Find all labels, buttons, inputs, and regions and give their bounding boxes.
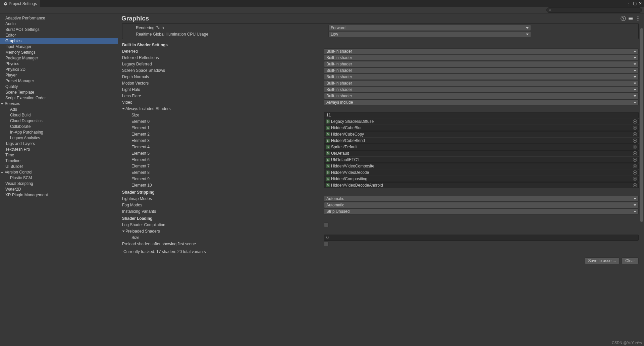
sidebar-item-cloud-diagnostics[interactable]: Cloud Diagnostics [0, 118, 118, 124]
tab-title: Project Settings [9, 1, 37, 6]
preloaded-size-input[interactable]: 0 [324, 235, 639, 241]
object-picker-icon[interactable] [633, 170, 637, 175]
sidebar-item-services[interactable]: Services [0, 101, 118, 107]
shader-dropdown[interactable]: Built-in shader [324, 80, 639, 86]
shader-dropdown[interactable]: Built-in shader [324, 93, 639, 99]
element-label: Element 10 [118, 183, 324, 188]
sidebar-item-physics[interactable]: Physics [0, 61, 118, 67]
sidebar-item-memory-settings[interactable]: Memory Settings [0, 50, 118, 55]
rendering-path-dropdown[interactable]: Forward [328, 25, 531, 31]
sidebar-item-input-manager[interactable]: Input Manager [0, 44, 118, 50]
tab-project-settings[interactable]: Project Settings [0, 0, 40, 7]
sidebar-item-ui-builder[interactable]: UI Builder [0, 164, 118, 169]
main-scroll[interactable]: Rendering Path Forward Realtime Global I… [118, 23, 644, 346]
video-dropdown[interactable]: Always include [324, 99, 639, 105]
scrollbar[interactable] [639, 23, 644, 346]
log-shader-checkbox[interactable] [324, 223, 329, 227]
stripping-dropdown[interactable]: Automatic [324, 196, 639, 202]
sidebar-item-timeline[interactable]: Timeline [0, 158, 118, 164]
shader-dropdown[interactable]: Built-in shader [324, 87, 639, 93]
sidebar-item-cloud-build[interactable]: Cloud Build [0, 112, 118, 118]
shader-object-field[interactable]: Hidden/VideoDecodeAndroid [324, 182, 639, 188]
sidebar-item-preset-manager[interactable]: Preset Manager [0, 78, 118, 84]
clear-button[interactable]: Clear [622, 257, 639, 264]
shader-object-field[interactable]: Hidden/CubeCopy [324, 131, 639, 137]
shader-object-field[interactable]: UI/DefaultETC1 [324, 157, 639, 163]
object-picker-icon[interactable] [633, 164, 637, 168]
sidebar-item-burst-aot-settings[interactable]: Burst AOT Settings [0, 27, 118, 33]
shader-icon [326, 183, 330, 187]
object-picker-icon[interactable] [633, 145, 637, 149]
shader-object-field[interactable]: Hidden/VideoComposite [324, 163, 639, 169]
sidebar-item-in-app-purchasing[interactable]: In-App Purchasing [0, 130, 118, 135]
shader-object-field[interactable]: Hidden/Compositing [324, 176, 639, 182]
sidebar-item-tags-and-layers[interactable]: Tags and Layers [0, 141, 118, 147]
main-header: Graphics ? [118, 13, 644, 23]
sidebar-item-physics-2d[interactable]: Physics 2D [0, 67, 118, 72]
sidebar-item-collaborate[interactable]: Collaborate [0, 124, 118, 130]
included-size-label: Size [118, 113, 324, 117]
shader-object-field[interactable]: Hidden/VideoDecode [324, 169, 639, 176]
settings-icon[interactable] [628, 16, 633, 21]
more-icon[interactable] [635, 16, 641, 21]
sidebar-item-editor[interactable]: Editor [0, 33, 118, 38]
object-picker-icon[interactable] [633, 132, 637, 136]
sidebar-item-script-execution-order[interactable]: Script Execution Order [0, 95, 118, 101]
help-icon[interactable]: ? [621, 16, 626, 21]
sidebar-item-time[interactable]: Time [0, 152, 118, 158]
sidebar-item-textmesh-pro[interactable]: TextMesh Pro [0, 147, 118, 152]
shader-dropdown[interactable]: Built-in shader [324, 55, 639, 61]
sidebar-item-ads[interactable]: Ads [0, 107, 118, 112]
shader-object-field[interactable]: Sprites/Default [324, 144, 639, 150]
sidebar-item-water2d[interactable]: Water2D [0, 187, 118, 192]
object-picker-icon[interactable] [633, 183, 637, 187]
preloaded-foldout[interactable]: Preloaded Shaders [118, 228, 642, 234]
object-picker-icon[interactable] [633, 177, 637, 181]
sidebar: Adaptive PerformanceAudioBurst AOT Setti… [0, 13, 118, 346]
sidebar-item-audio[interactable]: Audio [0, 21, 118, 27]
object-picker-icon[interactable] [633, 119, 637, 123]
included-size-input[interactable]: 11 [324, 112, 639, 118]
svg-point-6 [638, 20, 639, 21]
preload-after-checkbox[interactable] [324, 242, 329, 246]
element-label: Element 5 [118, 151, 324, 156]
sidebar-item-graphics[interactable]: Graphics [0, 38, 118, 44]
realtime-gi-dropdown[interactable]: Low [328, 31, 531, 37]
sidebar-item-visual-scripting[interactable]: Visual Scripting [0, 181, 118, 187]
object-picker-icon[interactable] [633, 139, 637, 143]
shader-object-field[interactable]: Hidden/CubeBlur [324, 125, 639, 131]
shader-icon [326, 119, 330, 123]
always-included-foldout[interactable]: Always Included Shaders [118, 106, 642, 112]
shader-object-field[interactable]: Legacy Shaders/Diffuse [324, 118, 639, 125]
preload-after-label: Preload shaders after showing first scen… [118, 242, 324, 246]
object-picker-icon[interactable] [633, 126, 637, 130]
shader-dropdown[interactable]: Built-in shader [324, 61, 639, 67]
search-input[interactable] [546, 7, 642, 13]
object-picker-icon[interactable] [633, 151, 637, 155]
svg-point-0 [549, 9, 551, 10]
sidebar-item-player[interactable]: Player [0, 72, 118, 78]
shader-dropdown[interactable]: Built-in shader [324, 48, 639, 54]
sidebar-item-quality[interactable]: Quality [0, 84, 118, 90]
stripping-dropdown[interactable]: Strip Unused [324, 208, 639, 214]
tab-bar: Project Settings ⋮ ▢ ✕ [0, 0, 644, 7]
shader-dropdown[interactable]: Built-in shader [324, 74, 639, 80]
shader-object-field[interactable]: Hidden/CubeBlend [324, 138, 639, 144]
menu-icon[interactable]: ⋮ [627, 1, 631, 6]
sidebar-item-version-control[interactable]: Version Control [0, 169, 118, 175]
svg-point-5 [638, 18, 639, 19]
shader-dropdown[interactable]: Built-in shader [324, 67, 639, 73]
stripping-dropdown[interactable]: Automatic [324, 202, 639, 208]
shader-object-field[interactable]: UI/Default [324, 150, 639, 156]
save-button[interactable]: Save to asset... [585, 257, 620, 264]
shader-label: Light Halo [118, 87, 324, 92]
maximize-icon[interactable]: ▢ [633, 1, 637, 6]
close-icon[interactable]: ✕ [639, 1, 642, 6]
sidebar-item-adaptive-performance[interactable]: Adaptive Performance [0, 15, 118, 21]
sidebar-item-xr-plugin-management[interactable]: XR Plugin Management [0, 192, 118, 198]
object-picker-icon[interactable] [633, 158, 637, 162]
sidebar-item-package-manager[interactable]: Package Manager [0, 55, 118, 61]
sidebar-item-scene-template[interactable]: Scene Template [0, 90, 118, 95]
sidebar-item-legacy-analytics[interactable]: Legacy Analytics [0, 135, 118, 141]
sidebar-item-plastic-scm[interactable]: Plastic SCM [0, 175, 118, 181]
